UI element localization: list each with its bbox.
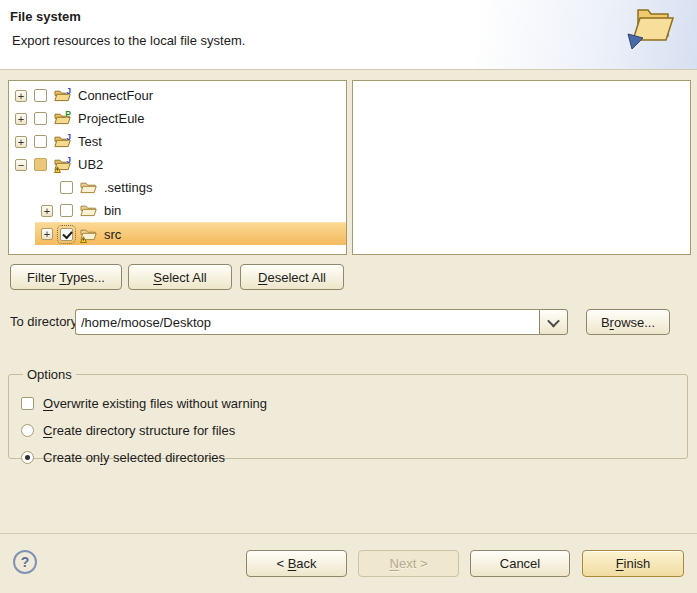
browse-button[interactable]: Browse... xyxy=(586,309,670,335)
resource-tree-panel[interactable]: +JConnectFour+PProjectEule+JTest−JUB2.se… xyxy=(8,80,347,255)
tree-row[interactable]: +JConnectFour xyxy=(9,84,346,107)
tree-row[interactable]: +PProjectEule xyxy=(9,107,346,130)
tree-checkbox[interactable] xyxy=(34,112,47,125)
tree-row[interactable]: +JTest xyxy=(9,130,346,153)
tree-checkbox[interactable] xyxy=(60,204,73,217)
expand-icon[interactable]: + xyxy=(15,113,27,125)
back-button[interactable]: < Back xyxy=(246,550,347,577)
tree-checkbox[interactable] xyxy=(34,135,47,148)
help-button[interactable]: ? xyxy=(13,550,37,574)
tree-row[interactable]: −JUB2 xyxy=(9,153,346,176)
select-all-button[interactable]: Select All xyxy=(128,264,232,290)
directory-structure-radio[interactable] xyxy=(21,424,34,437)
to-directory-label: To directory: xyxy=(10,309,81,335)
next-button[interactable]: Next > xyxy=(358,550,459,577)
tree-checkbox[interactable] xyxy=(34,89,47,102)
cancel-button[interactable]: Cancel xyxy=(470,550,570,577)
tree-checkbox[interactable] xyxy=(60,181,73,194)
tree-checkbox[interactable] xyxy=(60,228,73,241)
tree-item-label: bin xyxy=(104,203,121,218)
directory-structure-option[interactable]: Create directory structure for files xyxy=(21,417,687,444)
svg-text:J: J xyxy=(66,133,71,142)
export-wizard-dialog: File system Export resources to the loca… xyxy=(0,0,697,593)
tree-row[interactable]: +bin xyxy=(35,199,346,222)
destination-input[interactable] xyxy=(75,309,539,335)
wizard-header: File system Export resources to the loca… xyxy=(0,0,697,70)
resource-tree: +JConnectFour+PProjectEule+JTest−JUB2.se… xyxy=(9,81,346,245)
chevron-down-icon xyxy=(547,314,560,327)
footer-divider xyxy=(0,533,697,534)
svg-text:J: J xyxy=(66,156,71,165)
tree-row[interactable]: .settings xyxy=(35,176,346,199)
expand-icon[interactable]: + xyxy=(15,136,27,148)
folder-java-icon: J xyxy=(54,133,71,150)
tree-item-label: UB2 xyxy=(78,157,103,172)
overwrite-checkbox[interactable] xyxy=(21,397,34,410)
question-mark-icon: ? xyxy=(21,554,30,570)
tree-checkbox[interactable] xyxy=(34,158,47,171)
deselect-all-button[interactable]: Deselect All xyxy=(240,264,344,290)
folder-plain-icon xyxy=(80,202,97,219)
folder-warn-icon xyxy=(80,226,97,243)
selected-directories-option[interactable]: Create only selected directories xyxy=(21,444,687,471)
export-folder-icon xyxy=(623,4,679,56)
tree-item-label: .settings xyxy=(104,180,152,195)
selected-directories-radio[interactable] xyxy=(21,451,34,464)
svg-text:P: P xyxy=(65,110,71,119)
finish-button[interactable]: Finish xyxy=(582,550,684,577)
selected-directories-label: Create only selected directories xyxy=(43,450,225,465)
tree-item-label: src xyxy=(104,227,121,242)
tree-item-label: ConnectFour xyxy=(78,88,153,103)
folder-p-icon: P xyxy=(54,110,71,127)
overwrite-label: Overwrite existing files without warning xyxy=(43,396,267,411)
overwrite-option[interactable]: Overwrite existing files without warning xyxy=(21,390,687,417)
destination-combo xyxy=(75,309,568,335)
expand-icon[interactable]: + xyxy=(41,205,53,217)
filter-types-button[interactable]: Filter Types... xyxy=(10,264,122,290)
page-subtitle: Export resources to the local file syste… xyxy=(12,33,245,48)
options-group: Options Overwrite existing files without… xyxy=(8,367,688,459)
tree-item-label: Test xyxy=(78,134,102,149)
tree-item-label: ProjectEule xyxy=(78,111,144,126)
svg-text:J: J xyxy=(66,87,71,96)
expand-icon[interactable]: + xyxy=(41,228,53,240)
page-title: File system xyxy=(10,9,81,24)
expand-icon[interactable]: + xyxy=(15,90,27,102)
folder-java-warn-icon: J xyxy=(54,156,71,173)
folder-java-icon: J xyxy=(54,87,71,104)
destination-dropdown-button[interactable] xyxy=(539,309,568,335)
collapse-icon[interactable]: − xyxy=(15,159,27,171)
folder-plain-icon xyxy=(80,179,97,196)
file-list-panel[interactable] xyxy=(352,80,691,255)
options-group-label: Options xyxy=(23,367,76,382)
tree-row[interactable]: +src xyxy=(35,222,346,245)
directory-structure-label: Create directory structure for files xyxy=(43,423,235,438)
